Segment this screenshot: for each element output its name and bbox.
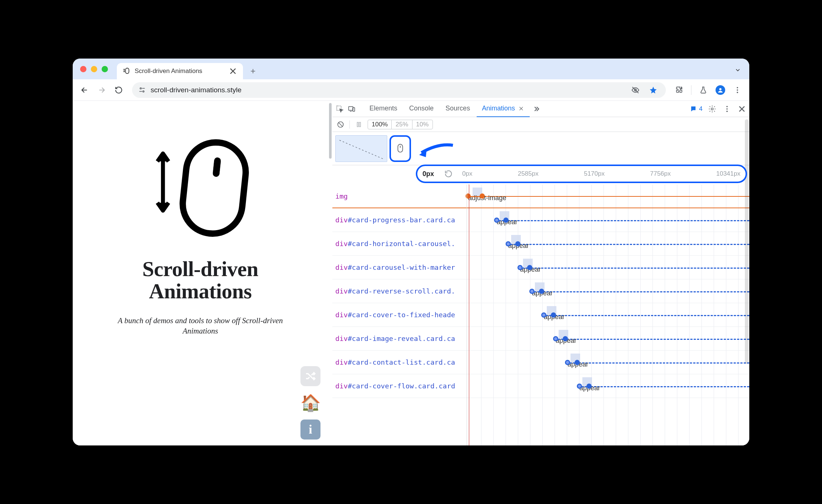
keyframe-start[interactable] — [553, 336, 558, 341]
browser-tab[interactable]: Scroll-driven Animations — [117, 63, 243, 79]
home-icon: 🏠 — [300, 393, 321, 412]
keyframe-end[interactable] — [563, 336, 568, 341]
close-devtools-icon[interactable] — [737, 104, 747, 114]
more-tabs-icon[interactable] — [531, 104, 542, 114]
keyframe-end[interactable] — [527, 265, 532, 270]
animations-timeline[interactable]: imgadjust-imagediv#card-progress-bar.car… — [332, 185, 749, 445]
maximize-window-icon[interactable] — [102, 66, 108, 72]
animation-track[interactable]: appear — [467, 374, 749, 398]
speed-10[interactable]: 10% — [412, 120, 433, 129]
extensions-icon[interactable] — [673, 83, 686, 97]
avatar-icon — [716, 85, 725, 95]
animation-track[interactable]: appear — [467, 232, 749, 255]
animation-row[interactable]: div#card-horizontal-carousel.appear — [332, 232, 749, 256]
close-tab-icon[interactable] — [518, 105, 525, 112]
rendered-page[interactable]: Scroll-driven Animations A bunch of demo… — [73, 101, 328, 445]
keyframe-end[interactable] — [539, 289, 544, 294]
animation-track[interactable]: appear — [467, 208, 749, 232]
scroll-driven-indicator[interactable] — [389, 135, 411, 162]
keyframe-start[interactable] — [517, 265, 523, 270]
animation-range[interactable] — [578, 382, 591, 390]
forward-button[interactable] — [95, 83, 108, 97]
close-tab-icon[interactable] — [229, 67, 237, 75]
splitter-handle[interactable] — [329, 103, 332, 159]
home-button[interactable]: 🏠 — [300, 393, 320, 413]
keyframe-start[interactable] — [506, 241, 511, 246]
tick: 0px — [462, 170, 472, 178]
bookmark-star-icon[interactable] — [647, 83, 660, 97]
keyframe-end[interactable] — [575, 360, 580, 365]
animation-continuation — [555, 315, 749, 316]
keyframe-end[interactable] — [515, 241, 520, 246]
animation-row[interactable]: div#card-cover-flow.card.cardappear — [332, 374, 749, 398]
animation-track[interactable]: appear — [467, 303, 749, 326]
animation-continuation — [591, 386, 749, 387]
pause-icon[interactable] — [354, 119, 364, 130]
new-tab-button[interactable] — [247, 65, 259, 77]
expand-tabs-button[interactable] — [731, 64, 744, 76]
keyframe-end[interactable] — [551, 312, 556, 318]
animation-row[interactable]: div#card-cover-to-fixed-headeappear — [332, 303, 749, 327]
animation-range[interactable] — [554, 335, 567, 343]
speed-100[interactable]: 100% — [368, 120, 392, 129]
address-bar[interactable]: scroll-driven-animations.style — [132, 82, 666, 98]
issues-button[interactable]: 4 — [690, 105, 703, 113]
tick: 2585px — [518, 170, 539, 178]
animation-range[interactable] — [566, 358, 579, 367]
keyframe-start[interactable] — [541, 312, 546, 318]
svg-rect-8 — [180, 139, 249, 236]
hide-tracking-icon[interactable] — [629, 83, 642, 97]
speed-25[interactable]: 25% — [392, 120, 412, 129]
animation-range[interactable] — [542, 311, 555, 319]
back-button[interactable] — [78, 83, 91, 97]
tab-sources[interactable]: Sources — [440, 101, 475, 117]
reload-button[interactable] — [112, 83, 125, 97]
replay-icon[interactable] — [444, 169, 453, 179]
shuffle-button[interactable] — [300, 366, 320, 386]
keyframe-end[interactable] — [480, 193, 485, 199]
animation-group-preview[interactable] — [335, 135, 387, 162]
clear-animations-icon[interactable] — [335, 119, 346, 130]
keyframe-start[interactable] — [565, 360, 570, 365]
tab-animations[interactable]: Animations — [477, 101, 530, 117]
animation-track[interactable]: appear — [467, 327, 749, 350]
animation-range[interactable] — [507, 240, 519, 248]
playhead-marker-icon[interactable] — [466, 185, 472, 185]
animation-range[interactable] — [519, 263, 531, 272]
keyframe-end[interactable] — [503, 218, 509, 223]
tab-elements[interactable]: Elements — [364, 101, 402, 117]
browser-menu-icon[interactable] — [731, 83, 744, 97]
animation-track[interactable]: appear — [467, 279, 749, 303]
keyframe-end[interactable] — [586, 384, 592, 389]
site-settings-icon[interactable] — [138, 86, 146, 94]
animation-range[interactable] — [495, 216, 507, 224]
animation-track[interactable]: adjust-image — [467, 185, 749, 208]
animation-row[interactable]: div#card-image-reveal.card.caappear — [332, 327, 749, 351]
animation-continuation — [579, 362, 749, 364]
keyframe-start[interactable] — [529, 289, 535, 294]
info-button[interactable]: i — [300, 420, 320, 440]
tab-console[interactable]: Console — [404, 101, 439, 117]
keyframe-start[interactable] — [577, 384, 582, 389]
panel-splitter[interactable] — [328, 101, 332, 445]
devtools-scrollbar[interactable] — [745, 119, 749, 364]
labs-icon[interactable] — [697, 83, 710, 97]
animation-row[interactable]: div#card-carousel-with-markerappear — [332, 256, 749, 279]
device-toolbar-icon[interactable] — [346, 104, 357, 114]
timeline-ruler[interactable]: 0px 0px 2585px 5170px 7756px 10341px — [416, 165, 747, 183]
animation-row[interactable]: div#card-reverse-scroll.card.appear — [332, 279, 749, 303]
animation-track[interactable]: appear — [467, 256, 749, 279]
animation-row[interactable]: div#card-contact-list.card.caappear — [332, 351, 749, 374]
close-window-icon[interactable] — [80, 66, 86, 72]
minimize-window-icon[interactable] — [91, 66, 97, 72]
keyframe-start[interactable] — [494, 218, 499, 223]
playhead-line[interactable] — [469, 185, 469, 445]
devtools-menu-icon[interactable] — [722, 104, 732, 114]
settings-icon[interactable] — [707, 104, 717, 114]
animation-range[interactable] — [530, 287, 543, 295]
animation-row[interactable]: div#card-progress-bar.card.caappear — [332, 208, 749, 232]
animation-track[interactable]: appear — [467, 351, 749, 374]
animation-row[interactable]: imgadjust-image — [332, 185, 749, 208]
inspect-element-icon[interactable] — [335, 104, 345, 114]
profile-button[interactable] — [714, 83, 727, 97]
